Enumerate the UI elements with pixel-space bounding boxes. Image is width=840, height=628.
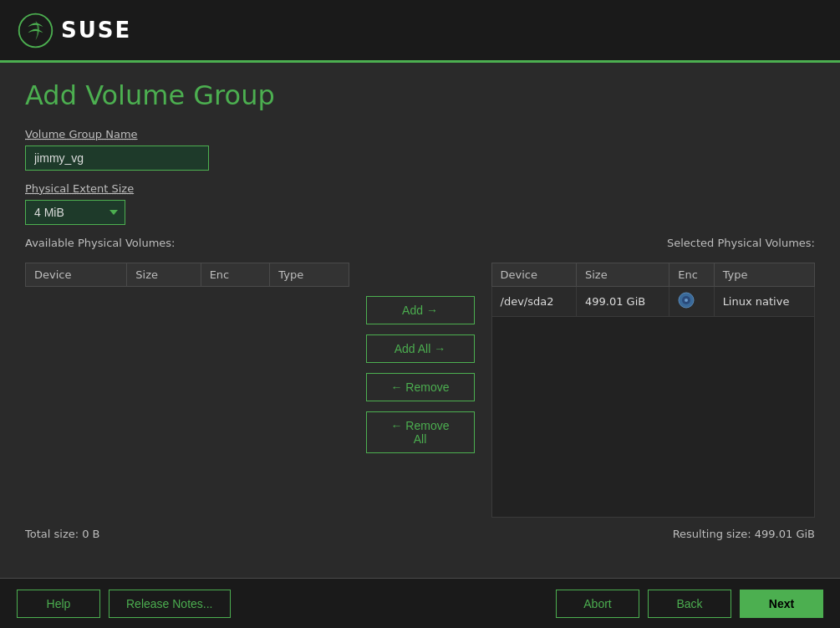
avail-col-size: Size — [127, 263, 201, 287]
header: SUSE — [0, 0, 840, 63]
next-button-label: Next — [769, 597, 794, 610]
remove-all-button[interactable]: ← Remove All — [366, 411, 475, 453]
extent-size-field: Physical Extent Size 1 MiB 2 MiB 4 MiB 8… — [25, 182, 815, 225]
available-volumes-label: Available Physical Volumes: — [25, 237, 176, 249]
selected-volumes-label: Selected Physical Volumes: — [667, 237, 815, 249]
enc-cell — [669, 287, 714, 317]
release-notes-button[interactable]: Release Notes... — [109, 590, 231, 618]
sel-col-enc: Enc — [669, 263, 714, 287]
size-cell: 499.01 GiB — [576, 287, 669, 317]
sel-col-size: Size — [576, 263, 669, 287]
extent-size-label: Physical Extent Size — [25, 182, 815, 195]
add-button-label: Add → — [402, 304, 438, 317]
remove-button-label: ← Remove — [390, 380, 449, 394]
suse-logo: SUSE — [17, 12, 131, 49]
add-button[interactable]: Add → — [366, 296, 475, 324]
type-cell: Linux native — [714, 287, 814, 317]
footer-right: Abort Back Next — [556, 590, 823, 618]
release-notes-button-label: Release Notes... — [126, 597, 213, 610]
available-volumes-header: Device Size Enc Type — [26, 263, 349, 287]
action-buttons: Add → Add All → ← Remove ← Remove All — [349, 263, 491, 453]
available-volumes-section: Device Size Enc Type — [25, 263, 349, 521]
avail-col-device: Device — [26, 263, 127, 287]
page-title: Add Volume Group — [25, 79, 815, 111]
selected-volumes-body: /dev/sda2 499.01 GiB Linux native — [491, 287, 815, 518]
sel-col-type: Type — [714, 263, 814, 287]
footer: Help Release Notes... Abort Back Next — [0, 578, 840, 628]
remove-button[interactable]: ← Remove — [366, 373, 475, 401]
total-size-label: Total size: 0 B — [25, 528, 100, 540]
remove-all-button-label: ← Remove All — [390, 419, 449, 446]
help-button[interactable]: Help — [17, 590, 100, 618]
available-volumes-body — [26, 287, 349, 521]
suse-logo-text: SUSE — [61, 18, 131, 43]
back-button-label: Back — [676, 597, 702, 610]
volumes-container: Device Size Enc Type Add → Add All → ← R… — [25, 263, 815, 521]
vg-name-field: Volume Group Name — [25, 128, 815, 171]
help-button-label: Help — [47, 597, 71, 610]
selected-volumes-header: Device Size Enc Type — [491, 263, 815, 287]
selected-volumes-table: Device Size Enc Type /dev/sda2 499.01 Gi… — [491, 263, 816, 518]
available-volumes-table: Device Size Enc Type — [25, 263, 349, 521]
abort-button[interactable]: Abort — [556, 590, 639, 618]
vg-name-input[interactable] — [25, 146, 209, 171]
device-cell: /dev/sda2 — [491, 287, 576, 317]
selected-volumes-section: Device Size Enc Type /dev/sda2 499.01 Gi… — [491, 263, 816, 518]
table-row[interactable]: /dev/sda2 499.01 GiB Linux native — [491, 287, 815, 317]
extent-size-select[interactable]: 1 MiB 2 MiB 4 MiB 8 MiB 16 MiB 32 MiB 64… — [25, 200, 125, 225]
svg-point-3 — [685, 299, 688, 302]
back-button[interactable]: Back — [648, 590, 731, 618]
avail-col-enc: Enc — [201, 263, 270, 287]
add-all-button[interactable]: Add All → — [366, 334, 475, 363]
resulting-size-label: Resulting size: 499.01 GiB — [673, 528, 815, 540]
add-all-button-label: Add All → — [395, 342, 445, 355]
next-button[interactable]: Next — [740, 590, 823, 618]
abort-button-label: Abort — [583, 597, 611, 610]
avail-col-type: Type — [270, 263, 349, 287]
main-content: Add Volume Group Volume Group Name Physi… — [0, 63, 840, 578]
suse-logo-icon — [17, 12, 54, 49]
vg-name-label: Volume Group Name — [25, 128, 815, 140]
table-row-empty — [491, 317, 815, 518]
size-info-row: Total size: 0 B Resulting size: 499.01 G… — [25, 528, 815, 540]
sel-col-device: Device — [491, 263, 576, 287]
disk-icon — [678, 292, 695, 309]
